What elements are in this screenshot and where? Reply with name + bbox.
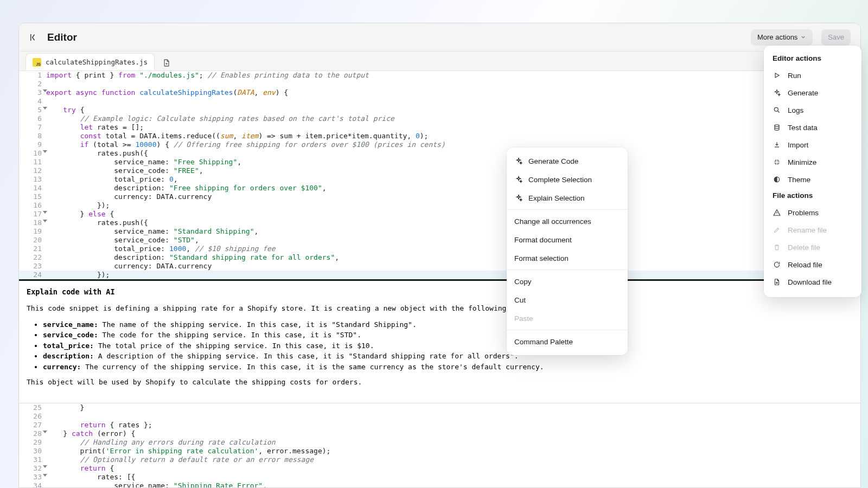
actions-item[interactable]: Theme — [764, 171, 861, 188]
editor-window: Editor More actions Save JS calculateShi… — [18, 23, 861, 488]
actions-item[interactable]: Problems — [764, 204, 861, 221]
explain-bullet: service_code: The code for the shipping … — [43, 330, 853, 341]
code-line[interactable]: 16 }); — [19, 201, 860, 210]
explain-title: Explain code with AI — [27, 287, 853, 296]
explain-bullet: service_name: The name of the shipping s… — [43, 319, 853, 330]
code-line[interactable]: 4 — [19, 97, 860, 106]
menu-label: Change all occurrences — [514, 217, 591, 226]
actions-item[interactable]: Test data — [764, 119, 861, 136]
actions-item[interactable]: Generate — [764, 84, 861, 101]
menu-label: Copy — [514, 278, 532, 286]
code-line[interactable]: 31 // Optionally return a default rate o… — [19, 455, 860, 464]
explain-bullet: description: A description of the shippi… — [43, 351, 853, 362]
svg-point-0 — [774, 107, 778, 111]
code-line[interactable]: 13 total_price: 0, — [19, 175, 860, 184]
actions-item[interactable]: Logs — [764, 101, 861, 119]
code-line[interactable]: 9 if (total >= 10000) { // Offering free… — [19, 140, 860, 149]
context-menu-item: Paste — [507, 309, 628, 328]
sparkle-icon — [773, 88, 781, 97]
code-line[interactable]: 17 } else { — [19, 210, 860, 219]
save-button[interactable]: Save — [821, 29, 851, 46]
section-title: Editor actions — [764, 51, 861, 67]
menu-label: Command Palette — [514, 338, 573, 346]
code-line[interactable]: 15 currency: DATA.currency — [19, 192, 860, 201]
context-menu-item[interactable]: Complete Selection — [507, 170, 628, 189]
reload-icon — [773, 260, 781, 269]
code-line[interactable]: 10 rates.push({ — [19, 149, 860, 158]
code-line[interactable]: 23 currency: DATA.currency — [19, 262, 860, 271]
zoom-icon — [773, 106, 781, 114]
code-line[interactable]: 28 } catch (error) { — [19, 429, 860, 438]
actions-label: Rename file — [788, 226, 827, 234]
download2-icon — [773, 278, 781, 286]
code-line[interactable]: 12 service_code: "FREE", — [19, 166, 860, 175]
actions-label: Reload file — [788, 261, 822, 269]
explain-intro: This code snippet is defining a shipping… — [27, 304, 853, 314]
explain-bullet: currency: The currency of the shipping s… — [43, 362, 853, 373]
code-line[interactable]: 29 // Handling any errors during rate ca… — [19, 438, 860, 447]
code-line[interactable]: 27 return { rates }; — [19, 421, 860, 429]
warn-icon — [773, 208, 781, 217]
code-line[interactable]: 3export async function calculateShipping… — [19, 88, 860, 97]
code-line[interactable]: 21 total_price: 1000, // $10 shipping fe… — [19, 245, 860, 253]
context-menu-item[interactable]: Generate Code — [507, 152, 628, 170]
menu-label: Format document — [514, 236, 572, 244]
explain-outro: This object will be used by Shopify to c… — [27, 377, 853, 388]
pencil-icon — [773, 226, 781, 234]
menu-label: Format selection — [514, 254, 569, 262]
code-line[interactable]: 32 return { — [19, 464, 860, 473]
code-line[interactable]: 1import { print } from "./modules.js"; /… — [19, 71, 860, 80]
code-line[interactable]: 7 let rates = []; — [19, 123, 860, 132]
file-tab[interactable]: JS calculateShippingRates.js — [25, 53, 155, 70]
actions-label: Generate — [788, 89, 818, 97]
code-line[interactable]: 34 service_name: "Shipping Rate Error", — [19, 481, 860, 488]
code-line[interactable]: 19 service_name: "Standard Shipping", — [19, 227, 860, 236]
back-icon[interactable] — [29, 33, 39, 42]
actions-label: Logs — [788, 106, 803, 114]
menu-label: Explain Selection — [528, 194, 585, 202]
js-icon: JS — [33, 58, 41, 67]
actions-item[interactable]: Download file — [764, 273, 861, 291]
context-menu-item[interactable]: Cut — [507, 291, 628, 309]
new-file-icon[interactable] — [159, 55, 174, 70]
code-editor[interactable]: 1import { print } from "./modules.js"; /… — [19, 71, 860, 279]
code-line[interactable]: 20 service_code: "STD", — [19, 236, 860, 245]
code-line[interactable]: 25 } — [19, 403, 860, 412]
actions-item[interactable]: Import — [764, 136, 861, 153]
actions-label: Delete file — [788, 243, 820, 252]
explain-list: service_name: The name of the shipping s… — [43, 319, 853, 373]
menu-label: Cut — [514, 296, 526, 304]
actions-item[interactable]: Run — [764, 67, 861, 84]
actions-label: Problems — [788, 209, 819, 217]
context-menu-item[interactable]: Explain Selection — [507, 189, 628, 207]
code-line[interactable]: 30 print('Error in shipping rate calcula… — [19, 447, 860, 455]
context-menu: Generate CodeComplete SelectionExplain S… — [507, 147, 628, 355]
context-menu-item[interactable]: Copy — [507, 272, 628, 291]
actions-label: Download file — [788, 278, 832, 286]
code-editor-continued[interactable]: 25 }2627 return { rates };28 } catch (er… — [19, 403, 860, 488]
context-menu-item[interactable]: Format document — [507, 230, 628, 249]
context-menu-item[interactable]: Command Palette — [507, 332, 628, 351]
tab-filename: calculateShippingRates.js — [46, 58, 148, 66]
code-line[interactable]: 8 const total = DATA.items.reduce((sum, … — [19, 132, 860, 140]
code-line[interactable]: 11 service_name: "Free Shipping", — [19, 158, 860, 166]
code-line[interactable]: 22 description: "Standard shipping rate … — [19, 253, 860, 262]
actions-item[interactable]: Reload file — [764, 256, 861, 273]
code-line[interactable]: 6 // Example logic: Calculate shipping r… — [19, 114, 860, 123]
code-line[interactable]: 2 — [19, 80, 860, 88]
trash-icon — [773, 243, 781, 252]
actions-item[interactable]: Minimize — [764, 153, 861, 171]
sparkle-icon — [514, 194, 523, 202]
code-line[interactable]: 14 description: "Free shipping for order… — [19, 184, 860, 192]
code-line[interactable]: 5 try { — [19, 106, 860, 114]
menu-label: Generate Code — [528, 157, 578, 165]
code-line[interactable]: 33 rates: [{ — [19, 473, 860, 481]
code-line[interactable]: 18 rates.push({ — [19, 219, 860, 227]
context-menu-item[interactable]: Format selection — [507, 249, 628, 267]
actions-label: Import — [788, 141, 808, 149]
context-menu-item[interactable]: Change all occurrences — [507, 212, 628, 230]
code-line[interactable]: 24 }); — [19, 271, 860, 279]
sparkle-icon — [514, 175, 523, 184]
more-actions-button[interactable]: More actions — [751, 29, 813, 46]
code-line[interactable]: 26 — [19, 412, 860, 421]
